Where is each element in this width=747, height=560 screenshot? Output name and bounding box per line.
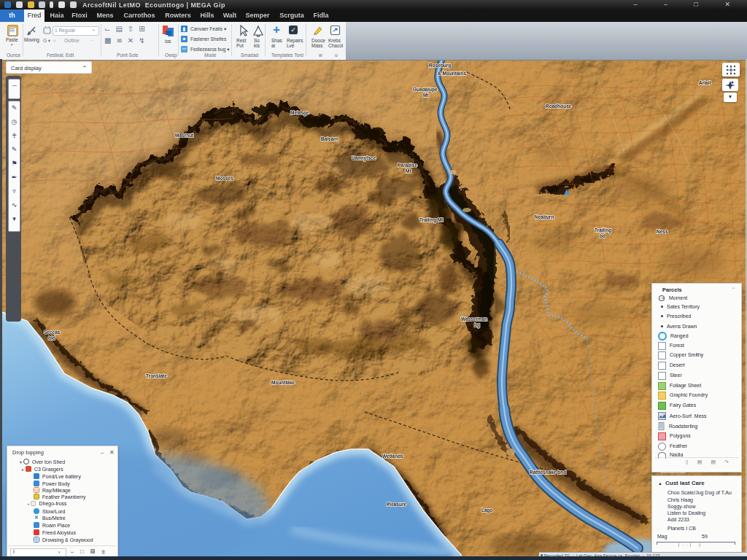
svg-text:Roadhouse: Roadhouse bbox=[546, 104, 572, 109]
svg-text:Tronslate: Tronslate bbox=[146, 373, 167, 378]
svg-text:& Mountains: & Mountains bbox=[438, 71, 466, 76]
svg-text:Mt: Mt bbox=[423, 93, 429, 98]
svg-text:Masrnut: Masrnut bbox=[175, 133, 194, 138]
svg-text:Mt: Mt bbox=[406, 168, 411, 174]
svg-text:Trailing Mt: Trailing Mt bbox=[419, 217, 444, 223]
svg-text:bd: bd bbox=[600, 233, 605, 238]
svg-text:bg: bg bbox=[474, 322, 480, 328]
svg-text:Mosses: Mosses bbox=[216, 176, 233, 181]
svg-text:Guadalupe: Guadalupe bbox=[413, 87, 438, 93]
svg-text:bld: bld bbox=[48, 335, 55, 341]
svg-text:Mountlake: Mountlake bbox=[271, 380, 295, 385]
svg-text:Balsarn: Balsarn bbox=[321, 136, 338, 141]
svg-text:Trailing: Trailing bbox=[595, 228, 611, 233]
svg-text:Wasserman: Wasserman bbox=[461, 316, 487, 322]
svg-text:Lago: Lago bbox=[481, 508, 493, 513]
svg-text:Rattlesnake bnd: Rattlesnake bnd bbox=[530, 470, 566, 475]
svg-text:Seccas: Seccas bbox=[44, 330, 61, 335]
svg-text:Uamrytsce: Uamrytsce bbox=[352, 155, 376, 161]
svg-text:Paradise: Paradise bbox=[398, 163, 417, 168]
svg-text:Ness: Ness bbox=[657, 229, 668, 234]
svg-text:Pleasure: Pleasure bbox=[387, 502, 406, 507]
svg-text:Melasge: Melasge bbox=[290, 110, 309, 116]
svg-text:Roseburg: Roseburg bbox=[429, 63, 451, 69]
svg-text:Neaburn: Neaburn bbox=[535, 214, 554, 219]
svg-text:Wetlands: Wetlands bbox=[382, 454, 403, 459]
svg-text:Ariail: Ariail bbox=[699, 80, 711, 85]
